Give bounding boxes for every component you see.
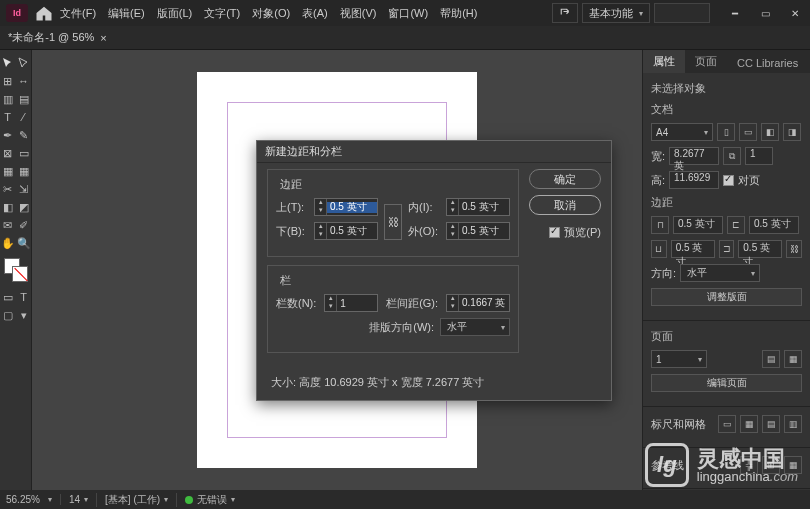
page-preset-select[interactable]: A4▾	[651, 123, 713, 141]
margin-top-input[interactable]: 0.5 英寸	[673, 216, 723, 234]
columns-field[interactable]: ▴▾	[324, 294, 378, 312]
height-input[interactable]: 11.6929	[669, 171, 719, 189]
menu-type[interactable]: 文字(T)	[198, 6, 246, 21]
tab-pages[interactable]: 页面	[685, 50, 727, 73]
margin-bottom-icon: ⊔	[651, 240, 667, 258]
free-transform-tool-icon[interactable]: ⇲	[16, 180, 32, 198]
menu-help[interactable]: 帮助(H)	[434, 6, 483, 21]
hand-tool-icon[interactable]: ✋	[0, 234, 16, 252]
section-document-label: 文档	[651, 102, 802, 117]
margin-top-field[interactable]: ▴▾	[314, 198, 378, 216]
note-tool-icon[interactable]: ✉	[0, 216, 16, 234]
type-path-tool-icon[interactable]: ⁄	[16, 108, 32, 126]
placeholder-tool-icon[interactable]: ▦	[16, 162, 32, 180]
margin-bottom-field[interactable]: ▴▾	[314, 222, 378, 240]
margin-inside-field[interactable]: ▴▾	[446, 198, 510, 216]
document-tab-strip: *未命名-1 @ 56% ×	[0, 26, 810, 50]
close-icon[interactable]: ×	[100, 32, 106, 44]
watermark-cn: 灵感中国	[697, 448, 798, 470]
margin-left-input[interactable]: 0.5 英寸	[749, 216, 799, 234]
rectangle-frame-tool-icon[interactable]: ⊠	[0, 144, 16, 162]
gutter-label: 栏间距(G):	[386, 296, 438, 311]
binding-left-icon[interactable]: ◧	[761, 123, 779, 141]
type-tool-icon[interactable]: T	[0, 108, 16, 126]
tab-properties[interactable]: 属性	[643, 50, 685, 73]
dialog-title: 新建边距和分栏	[257, 141, 611, 163]
format-container-icon[interactable]: ▭	[0, 288, 16, 306]
gap-tool-icon[interactable]: ↔	[16, 72, 32, 90]
section-pages-label: 页面	[651, 329, 802, 344]
gutter-field[interactable]: ▴▾	[446, 294, 510, 312]
eyedropper-tool-icon[interactable]: ✐	[16, 216, 32, 234]
status-ok-icon	[185, 496, 193, 504]
fill-stroke-swatch[interactable]	[4, 258, 28, 282]
spread-icon[interactable]: ▤	[762, 350, 780, 368]
grid-tool-icon[interactable]: ▦	[0, 162, 16, 180]
ruler-icon-2[interactable]: ▦	[740, 415, 758, 433]
orientation-select[interactable]: 水平▾	[680, 264, 760, 282]
menu-object[interactable]: 对象(O)	[246, 6, 296, 21]
margins-legend: 边距	[276, 177, 306, 192]
menu-window[interactable]: 窗口(W)	[382, 6, 434, 21]
menu-table[interactable]: 表(A)	[296, 6, 334, 21]
gradient-feather-tool-icon[interactable]: ◩	[16, 198, 32, 216]
margins-columns-dialog: 新建边距和分栏 边距 上(T): ▴▾ 下(B): ▴▾ ⛓ 内(I): ▴▾	[256, 140, 612, 401]
orientation-landscape-icon[interactable]: ▭	[739, 123, 757, 141]
screen-mode-icon[interactable]: ▢	[0, 306, 16, 324]
menu-edit[interactable]: 编辑(E)	[102, 6, 151, 21]
cancel-button[interactable]: 取消	[529, 195, 601, 215]
content-placer-icon[interactable]: ▤	[16, 90, 32, 108]
link-margins-dialog-icon[interactable]: ⛓	[384, 204, 402, 240]
direct-selection-tool-icon[interactable]	[16, 54, 32, 72]
view-options-icon[interactable]: ▾	[16, 306, 32, 324]
preview-checkbox[interactable]	[549, 227, 560, 238]
menu-layout[interactable]: 版面(L)	[151, 6, 198, 21]
errors-label: 无错误	[197, 493, 227, 507]
ruler-icon-4[interactable]: ▥	[784, 415, 802, 433]
page-number-select[interactable]: 1▾	[651, 350, 707, 368]
zoom-level[interactable]: 56.25%	[6, 494, 40, 505]
page-options-icon[interactable]: ▦	[784, 350, 802, 368]
document-tab[interactable]: *未命名-1 @ 56% ×	[0, 26, 115, 50]
pen-tool-icon[interactable]: ✒	[0, 126, 16, 144]
margin-outside-field[interactable]: ▴▾	[446, 222, 510, 240]
scissors-tool-icon[interactable]: ✂	[0, 180, 16, 198]
orientation-portrait-icon[interactable]: ▯	[717, 123, 735, 141]
workspace-switcher[interactable]: 基本功能▾	[582, 3, 650, 23]
titlebar: Id 文件(F) 编辑(E) 版面(L) 文字(T) 对象(O) 表(A) 视图…	[0, 0, 810, 26]
close-button[interactable]: ✕	[780, 3, 810, 23]
zoom-tool-icon[interactable]: 🔍	[16, 234, 32, 252]
pages-input[interactable]: 1	[745, 147, 773, 165]
margin-right-input[interactable]: 0.5 英寸	[738, 240, 782, 258]
tab-cclibraries[interactable]: CC Libraries	[727, 53, 808, 73]
edit-pages-button[interactable]: 编辑页面	[651, 374, 802, 392]
facing-pages-checkbox[interactable]	[723, 175, 734, 186]
minimize-button[interactable]: ━	[720, 3, 750, 23]
gradient-swatch-tool-icon[interactable]: ◧	[0, 198, 16, 216]
width-input[interactable]: 8.2677 英	[669, 147, 719, 165]
width-label: 宽:	[651, 149, 665, 164]
ruler-icon-3[interactable]: ▤	[762, 415, 780, 433]
margin-bottom-input[interactable]: 0.5 英寸	[671, 240, 715, 258]
share-icon[interactable]	[552, 3, 578, 23]
menu-file[interactable]: 文件(F)	[54, 6, 102, 21]
content-collector-icon[interactable]: ▥	[0, 90, 16, 108]
section-margins-label: 边距	[651, 195, 802, 210]
slide-number[interactable]: 14	[69, 494, 80, 505]
link-margins-icon[interactable]: ⛓	[786, 240, 802, 258]
direction-select[interactable]: 水平▾	[440, 318, 510, 336]
pencil-tool-icon[interactable]: ✎	[16, 126, 32, 144]
ruler-icon-1[interactable]: ▭	[718, 415, 736, 433]
search-input[interactable]	[654, 3, 710, 23]
menu-view[interactable]: 视图(V)	[334, 6, 383, 21]
selection-tool-icon[interactable]	[0, 54, 16, 72]
maximize-button[interactable]: ▭	[750, 3, 780, 23]
home-icon[interactable]	[34, 3, 54, 23]
rectangle-tool-icon[interactable]: ▭	[16, 144, 32, 162]
binding-right-icon[interactable]: ◨	[783, 123, 801, 141]
format-text-icon[interactable]: T	[16, 288, 32, 306]
ok-button[interactable]: 确定	[529, 169, 601, 189]
margin-right-icon: ⊐	[719, 240, 735, 258]
page-tool-icon[interactable]: ⊞	[0, 72, 16, 90]
adjust-layout-button[interactable]: 调整版面	[651, 288, 802, 306]
